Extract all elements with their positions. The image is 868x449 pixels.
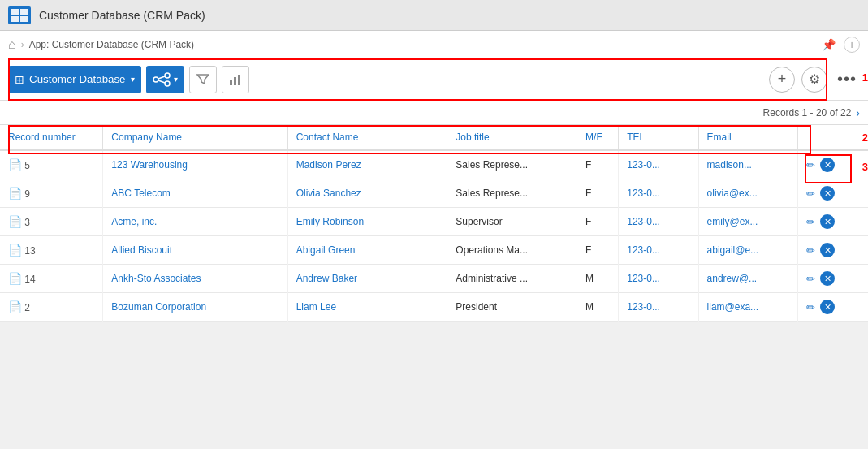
cell-mf: M (577, 293, 619, 322)
cell-tel: 123-0... (619, 236, 698, 265)
company-name-value[interactable]: Ankh-Sto Associates (111, 273, 201, 284)
edit-button[interactable]: ✏ (806, 188, 815, 200)
breadcrumb-arrow: › (21, 39, 24, 50)
record-number: 14 (24, 274, 35, 285)
col-mf: M/F (577, 125, 619, 150)
cell-tel: 123-0... (619, 293, 698, 322)
delete-button[interactable]: ✕ (820, 243, 835, 257)
email-value[interactable]: madison... (707, 159, 752, 171)
edit-button[interactable]: ✏ (806, 159, 815, 171)
company-name-value[interactable]: Acme, inc. (111, 216, 157, 227)
contact-name-value[interactable]: Madison Perez (296, 159, 361, 171)
view-label: Customer Database (29, 73, 126, 85)
delete-button[interactable]: ✕ (820, 214, 835, 229)
cell-job: Sales Represe... (447, 179, 577, 208)
delete-button[interactable]: ✕ (820, 300, 835, 314)
email-value[interactable]: olivia@ex... (707, 188, 758, 199)
col-email: Email (698, 125, 798, 150)
svg-line-8 (158, 80, 165, 83)
contact-name-value[interactable]: Liam Lee (296, 301, 336, 313)
table-row: 📄 9 ABC Telecom Olivia Sanchez Sales Rep… (0, 179, 868, 208)
mf-value: F (585, 188, 591, 199)
cell-email: abigail@e... (698, 236, 798, 265)
document-icon: 📄 (8, 272, 22, 285)
job-title-value: Supervisor (456, 216, 502, 227)
contact-name-value[interactable]: Abigail Green (296, 244, 356, 256)
pin-icon[interactable]: 📌 (822, 38, 836, 51)
cell-job: President (447, 293, 577, 322)
table-row: 📄 13 Allied Biscouit Abigail Green Opera… (0, 236, 868, 265)
tel-value[interactable]: 123-0... (627, 273, 660, 284)
tel-value[interactable]: 123-0... (627, 301, 660, 313)
cell-mf: F (577, 208, 619, 236)
company-name-value[interactable]: ABC Telecom (111, 188, 170, 199)
settings-button[interactable]: ⚙ (801, 67, 827, 93)
chart-button[interactable] (222, 66, 249, 93)
document-icon: 📄 (8, 215, 22, 228)
edit-button[interactable]: ✏ (806, 273, 815, 285)
info-button[interactable]: i (844, 37, 860, 53)
flow-button[interactable]: ▾ (146, 66, 184, 93)
view-selector-button[interactable]: ⊞ Customer Database ▾ (8, 66, 141, 93)
cell-tel: 123-0... (619, 150, 698, 179)
email-value[interactable]: abigail@e... (707, 244, 759, 256)
tel-value[interactable]: 123-0... (627, 244, 660, 256)
add-record-button[interactable]: + (769, 67, 795, 93)
col-tel: TEL (619, 125, 698, 150)
contact-name-value[interactable]: Andrew Baker (296, 273, 357, 284)
svg-point-4 (153, 77, 158, 82)
cell-actions: ✏ ✕ (798, 265, 868, 293)
filter-button[interactable] (189, 66, 217, 93)
contact-name-value[interactable]: Emily Robinson (296, 216, 364, 227)
cell-company: 123 Warehousing (103, 150, 287, 179)
company-name-value[interactable]: 123 Warehousing (111, 159, 188, 171)
cell-email: liam@exa... (698, 293, 798, 322)
toolbar: ⊞ Customer Database ▾ ▾ (0, 58, 868, 101)
tel-value[interactable]: 123-0... (627, 159, 660, 171)
delete-button[interactable]: ✕ (820, 158, 835, 172)
home-icon[interactable]: ⌂ (8, 37, 16, 52)
cell-contact: Andrew Baker (287, 265, 447, 293)
svg-point-5 (165, 73, 170, 78)
company-name-value[interactable]: Allied Biscouit (111, 244, 172, 256)
record-number: 2 (24, 302, 30, 313)
record-number: 13 (24, 245, 35, 257)
more-options-button[interactable]: ••• (834, 67, 860, 93)
mf-value: F (585, 216, 591, 227)
tel-value[interactable]: 123-0... (627, 188, 660, 199)
svg-point-6 (165, 81, 170, 86)
delete-button[interactable]: ✕ (820, 271, 835, 286)
next-page-button[interactable]: › (856, 106, 860, 119)
email-value[interactable]: andrew@... (707, 273, 758, 284)
document-icon: 📄 (8, 244, 22, 257)
cell-company: Ankh-Sto Associates (103, 265, 287, 293)
svg-rect-10 (234, 77, 236, 85)
delete-button[interactable]: ✕ (820, 186, 835, 201)
col-company-name: Company Name (103, 125, 287, 150)
cell-actions: ✏ ✕ (798, 293, 868, 322)
company-name-value[interactable]: Bozuman Corporation (111, 301, 206, 313)
cell-contact: Olivia Sanchez (287, 179, 447, 208)
cell-doc-icon: 📄 14 (0, 265, 103, 293)
edit-button[interactable]: ✏ (806, 216, 815, 228)
edit-button[interactable]: ✏ (806, 301, 815, 313)
cell-actions: ✏ ✕ (798, 208, 868, 236)
cell-doc-icon: 📄 9 (0, 179, 103, 208)
svg-rect-2 (11, 16, 19, 22)
cell-email: emily@ex... (698, 208, 798, 236)
job-title-value: Sales Represe... (456, 188, 528, 199)
email-value[interactable]: emily@ex... (707, 216, 758, 227)
contact-name-value[interactable]: Olivia Sanchez (296, 188, 361, 199)
record-number: 9 (24, 188, 30, 200)
mf-value: F (585, 159, 591, 171)
edit-button[interactable]: ✏ (806, 244, 815, 257)
document-icon: 📄 (8, 300, 22, 313)
cell-contact: Madison Perez (287, 150, 447, 179)
app-icon (8, 6, 31, 24)
tel-value[interactable]: 123-0... (627, 216, 660, 227)
cell-doc-icon: 📄 5 (0, 150, 103, 179)
col-contact-name: Contact Name (287, 125, 447, 150)
svg-rect-9 (230, 80, 232, 85)
email-value[interactable]: liam@exa... (707, 301, 759, 313)
job-title-value: Administrative ... (456, 273, 528, 284)
